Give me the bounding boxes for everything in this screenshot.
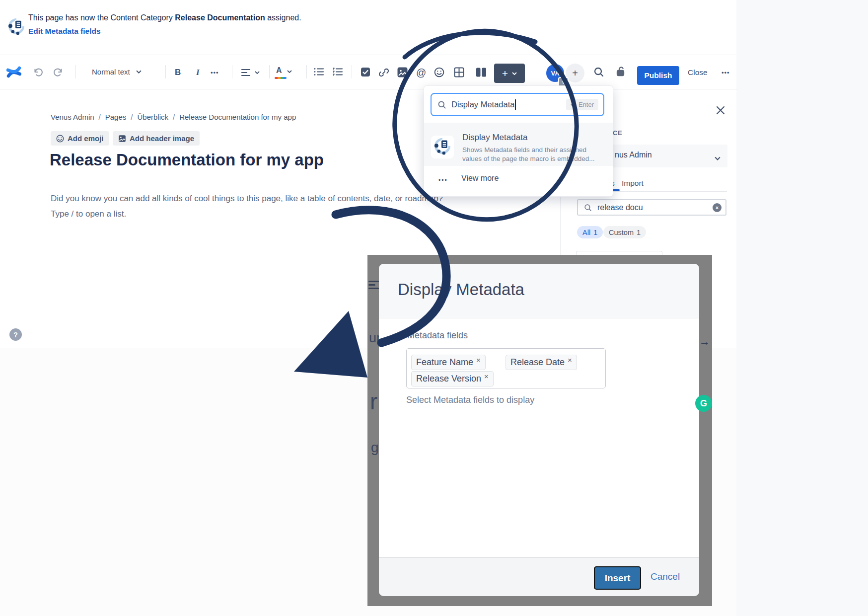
toolbar-separator [352, 65, 352, 78]
breadcrumb-overview[interactable]: Überblick [137, 113, 168, 121]
space-select-value-partial: nus Admin [615, 151, 652, 159]
toolbar-separator [232, 65, 232, 78]
display-metadata-macro-icon [431, 136, 454, 158]
chevron-down-icon [512, 72, 517, 75]
remove-tag-icon[interactable]: × [484, 372, 489, 381]
remove-tag-icon[interactable]: × [568, 356, 572, 364]
dialog-title: Display Metadata [398, 280, 524, 299]
cancel-button[interactable]: Cancel [651, 571, 680, 582]
search-input-value: Display Metadata [451, 100, 514, 109]
metadata-fields-label: Metadata fields [407, 330, 468, 341]
ellipsis-icon: ••• [438, 177, 448, 184]
breadcrumb-current-page[interactable]: Release Documentation for my app [179, 113, 296, 121]
clear-search-icon[interactable]: × [713, 203, 722, 212]
grammarly-icon[interactable]: G [695, 395, 712, 412]
tag-label: Release Date [510, 357, 565, 368]
field-tag-feature-name: Feature Name × [411, 355, 486, 370]
text-style-dropdown[interactable]: Normal text [92, 68, 142, 76]
view-more-button[interactable]: ••• View more [424, 166, 613, 196]
enter-key-hint: ↵ Enter [566, 99, 598, 110]
body-paragraph-line1[interactable]: Did you know you can add all kinds of co… [51, 194, 443, 204]
dimmed-text-fragment: r [370, 388, 377, 415]
dimmed-arrow-icon: → [699, 335, 710, 348]
filter-chip-all[interactable]: All1 [577, 226, 603, 238]
emoji-icon[interactable] [434, 67, 444, 77]
numbered-list-icon[interactable] [333, 68, 343, 76]
close-button[interactable]: Close [688, 68, 708, 77]
banner-message: This page has now the Content Category R… [28, 13, 301, 22]
filter-custom-count: 1 [637, 229, 641, 236]
toolbar-separator [306, 65, 307, 78]
result-description-line2: values of the page the macro is embedded… [462, 155, 594, 162]
dialog-footer: Insert Cancel [379, 557, 699, 596]
result-title: Display Metadata [462, 133, 527, 143]
italic-button[interactable]: I [196, 68, 200, 77]
image-icon [118, 135, 126, 143]
confluence-logo-icon[interactable] [6, 65, 21, 79]
search-icon [437, 100, 446, 109]
add-emoji-label: Add emoji [68, 134, 104, 143]
add-header-image-button[interactable]: Add header image [113, 131, 200, 146]
filter-chip-custom[interactable]: Custom1 [603, 226, 646, 238]
insert-button[interactable]: Insert [594, 566, 641, 590]
field-tag-release-version: Release Version × [411, 371, 494, 386]
more-formatting-icon[interactable]: ••• [211, 69, 219, 77]
modal-dim-overlay: um r gs Display Metadata Metadata fields… [367, 255, 712, 606]
link-icon[interactable] [378, 67, 389, 78]
sidebar-close-icon[interactable] [714, 104, 727, 117]
sidebar-search-value: release docu [597, 203, 643, 212]
undo-icon[interactable] [33, 67, 44, 78]
search-icon [584, 204, 592, 212]
return-icon: ↵ [571, 101, 576, 108]
toolbar-top-border [0, 55, 736, 55]
text-color-a-label: A [276, 66, 282, 75]
edit-metadata-fields-link[interactable]: Edit Metadata fields [28, 27, 101, 36]
toolbar-bottom-border [0, 89, 737, 89]
breadcrumb-space[interactable]: Venus Admin [51, 113, 94, 121]
table-icon[interactable] [454, 67, 464, 77]
add-emoji-button[interactable]: Add emoji [51, 131, 109, 146]
chevron-down-icon [715, 154, 721, 162]
insert-image-icon[interactable] [397, 67, 408, 77]
metadata-fields-multiselect[interactable]: Feature Name × Release Date × Release Ve… [406, 348, 606, 388]
breadcrumb-separator: / [99, 113, 101, 121]
unlock-icon[interactable] [615, 66, 627, 77]
sidebar-search-input[interactable]: release docu × [577, 199, 726, 216]
bullet-list-icon[interactable] [314, 68, 324, 76]
alignment-dropdown[interactable] [241, 69, 260, 77]
breadcrumb-separator: / [131, 113, 133, 121]
search-result-display-metadata[interactable]: Display Metadata Shows Metadata fields a… [424, 123, 613, 166]
field-tag-release-date: Release Date × [506, 355, 577, 370]
page-title[interactable]: Release Documentation for my app [50, 151, 324, 169]
insert-element-menu-button[interactable]: + [494, 64, 525, 83]
task-checkbox-icon[interactable] [361, 67, 370, 77]
space-section-label-partial: CE [613, 129, 622, 137]
redo-icon[interactable] [53, 67, 64, 78]
help-button[interactable]: ? [9, 328, 22, 341]
chevron-down-icon [287, 70, 292, 73]
dialog-header: Display Metadata [379, 264, 699, 318]
tag-label: Feature Name [416, 357, 473, 368]
dimmed-toolbar-lines-icon [368, 281, 379, 291]
publish-button[interactable]: Publish [637, 66, 679, 85]
body-paragraph-line2[interactable]: Type / to open a list. [51, 209, 126, 219]
emoji-add-icon [56, 135, 64, 143]
layouts-icon[interactable] [476, 68, 487, 77]
field-helper-text: Select Metadata fields to display [406, 395, 534, 405]
chevron-down-icon [136, 70, 142, 74]
remove-tag-icon[interactable]: × [476, 356, 481, 364]
text-color-dropdown[interactable]: A [276, 66, 292, 75]
breadcrumb: Venus Admin / Pages / Überblick / Releas… [51, 113, 296, 121]
mention-icon[interactable]: @ [416, 67, 426, 78]
search-icon[interactable] [593, 67, 604, 77]
tag-label: Release Version [416, 374, 481, 384]
right-gutter-background [736, 0, 868, 616]
result-description-line1: Shows Metadata fields and their assigned [462, 146, 586, 154]
tab-import[interactable]: Import [622, 179, 644, 188]
toolbar-overflow-icon[interactable]: ••• [722, 69, 730, 77]
breadcrumb-pages[interactable]: Pages [105, 113, 127, 121]
add-header-image-label: Add header image [130, 134, 194, 143]
insert-element-popup: Display Metadata ↵ Enter Display M [424, 85, 613, 197]
element-search-input[interactable]: Display Metadata ↵ Enter [431, 93, 604, 116]
bold-button[interactable]: B [175, 68, 181, 77]
